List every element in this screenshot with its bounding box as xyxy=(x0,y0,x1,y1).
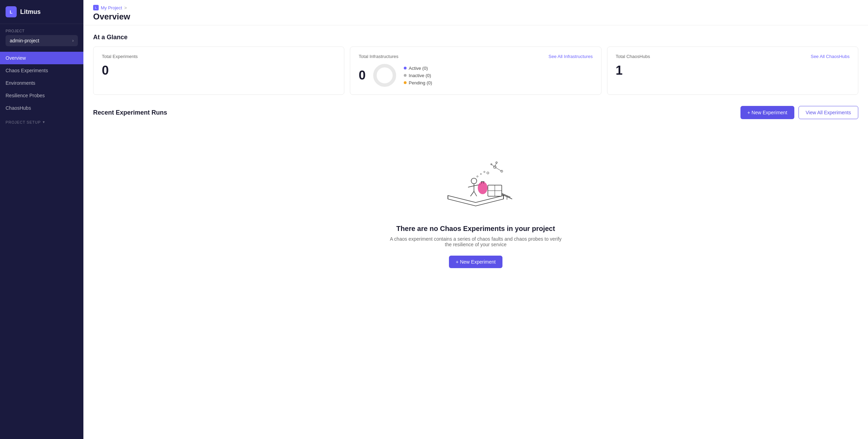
svg-point-0 xyxy=(375,66,394,85)
project-section: Project admin-project › xyxy=(0,24,83,49)
logo-area: L Litmus xyxy=(0,0,83,24)
stat-value-infra: 0 xyxy=(359,68,366,83)
svg-point-27 xyxy=(484,171,485,173)
project-setup-label: PROJECT SETUP xyxy=(6,120,41,124)
at-a-glance-title: At a Glance xyxy=(93,34,858,41)
stat-card-chaoshubs: Total ChaosHubs See All ChaosHubs 1 xyxy=(607,47,858,95)
stat-label-chaoshubs: Total ChaosHubs See All ChaosHubs xyxy=(616,54,850,59)
legend-dot-active xyxy=(404,67,407,69)
svg-line-14 xyxy=(470,191,474,196)
stats-grid: Total Experiments 0 Total Infrastructure… xyxy=(93,47,858,95)
stat-value-experiments: 0 xyxy=(102,63,336,78)
breadcrumb: L My Project > xyxy=(93,5,858,10)
legend-label-inactive: Inactive (0) xyxy=(409,73,431,78)
legend-dot-inactive xyxy=(404,74,407,77)
legend-active: Active (0) xyxy=(404,66,432,71)
svg-point-17 xyxy=(487,172,489,174)
logo-icon: L xyxy=(6,6,17,17)
legend-dot-pending xyxy=(404,81,407,84)
empty-state-description: A chaos experiment contains a series of … xyxy=(389,236,563,247)
stat-label-infrastructures: Total Infrastructures See All Infrastruc… xyxy=(359,54,592,59)
stat-label-experiments: Total Experiments xyxy=(102,54,336,59)
chevron-right-icon: › xyxy=(72,38,74,43)
sidebar-item-chaos-experiments[interactable]: Chaos Experiments xyxy=(0,64,83,77)
empty-state-new-experiment-button[interactable]: + New Experiment xyxy=(449,256,503,268)
svg-point-25 xyxy=(477,176,478,177)
donut-chart xyxy=(372,63,397,88)
nav-menu: Overview Chaos Experiments Environments … xyxy=(0,49,83,439)
legend-inactive: Inactive (0) xyxy=(404,73,432,78)
svg-point-10 xyxy=(471,178,477,184)
recent-runs-title: Recent Experiment Runs xyxy=(93,109,167,116)
empty-illustration xyxy=(427,140,524,216)
sidebar: L Litmus Project admin-project › Overvie… xyxy=(0,0,83,439)
content-area: At a Glance Total Experiments 0 Total In… xyxy=(83,25,868,297)
see-all-chaoshubs-link[interactable]: See All ChaosHubs xyxy=(811,54,850,59)
project-label: Project xyxy=(6,29,78,33)
empty-state: There are no Chaos Experiments in your p… xyxy=(93,126,858,289)
legend-label-active: Active (0) xyxy=(409,66,428,71)
experiments-header: Recent Experiment Runs + New Experiment … xyxy=(93,106,858,119)
stat-chart-infra: 0 Active (0) Inactive (0) xyxy=(359,63,592,88)
svg-line-13 xyxy=(468,186,474,187)
see-all-infrastructures-link[interactable]: See All Infrastructures xyxy=(548,54,592,59)
sidebar-item-overview[interactable]: Overview xyxy=(0,52,83,64)
svg-line-22 xyxy=(495,167,502,171)
breadcrumb-project-link[interactable]: My Project xyxy=(101,5,122,10)
stat-card-experiments: Total Experiments 0 xyxy=(93,47,344,95)
main-content: L My Project > Overview At a Glance Tota… xyxy=(83,0,868,439)
header-buttons: + New Experiment View All Experiments xyxy=(740,106,858,119)
chevron-down-icon: ▾ xyxy=(43,120,45,124)
logo-text: Litmus xyxy=(20,8,41,16)
infra-legend: Active (0) Inactive (0) Pending (0) xyxy=(404,66,432,85)
legend-label-pending: Pending (0) xyxy=(409,80,432,85)
project-selector[interactable]: admin-project › xyxy=(6,35,78,46)
legend-pending: Pending (0) xyxy=(404,80,432,85)
top-bar: L My Project > Overview xyxy=(83,0,868,25)
sidebar-item-resilience-probes[interactable]: Resilience Probes xyxy=(0,89,83,102)
page-title: Overview xyxy=(93,12,858,22)
svg-line-23 xyxy=(495,163,497,167)
new-experiment-button[interactable]: + New Experiment xyxy=(740,106,794,119)
view-all-experiments-button[interactable]: View All Experiments xyxy=(799,106,858,119)
stat-value-chaoshubs: 1 xyxy=(616,63,850,78)
project-setup-section[interactable]: PROJECT SETUP ▾ xyxy=(0,114,83,126)
svg-point-16 xyxy=(478,182,488,194)
sidebar-item-chaoshubs[interactable]: ChaosHubs xyxy=(0,102,83,114)
empty-state-title: There are no Chaos Experiments in your p… xyxy=(396,225,555,233)
svg-point-26 xyxy=(481,174,482,175)
sidebar-item-environments[interactable]: Environments xyxy=(0,77,83,89)
breadcrumb-separator: > xyxy=(124,5,127,10)
breadcrumb-icon: L xyxy=(93,5,99,10)
stat-card-infrastructures: Total Infrastructures See All Infrastruc… xyxy=(350,47,601,95)
project-name: admin-project xyxy=(10,38,39,43)
svg-line-15 xyxy=(474,191,477,196)
